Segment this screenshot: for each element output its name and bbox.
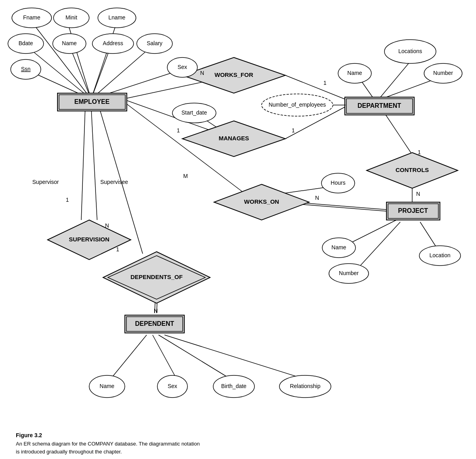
works-on-m-label: M: [183, 173, 188, 179]
figure-caption: Figure 3.2 An ER schema diagram for the …: [8, 428, 468, 459]
employee-label: EMPLOYEE: [75, 98, 110, 105]
svg-line-18: [380, 61, 410, 97]
lname-text: Lname: [109, 14, 126, 21]
svg-line-33: [159, 335, 230, 379]
works-for-1-label: 1: [323, 80, 327, 86]
works-for-n-label: N: [200, 70, 204, 76]
birth-date-text: Birth_date: [221, 383, 247, 389]
supervision-label: SUPERVISION: [69, 236, 109, 243]
svg-line-13: [91, 107, 97, 220]
caption-line1: An ER schema diagram for the COMPANY dat…: [16, 440, 460, 448]
project-label: PROJECT: [398, 207, 428, 214]
dependents-of-label: DEPENDENTS_OF: [130, 273, 183, 280]
svg-line-24: [293, 204, 392, 212]
dept-number-text: Number: [433, 70, 453, 76]
num-employees-text: Number_of_employees: [269, 101, 326, 108]
works-on-label: WORKS_ON: [244, 198, 279, 205]
works-on-n-label: N: [315, 195, 319, 201]
manages-1emp-label: 1: [177, 127, 180, 134]
svg-line-34: [164, 335, 303, 379]
dependent-label: DEPENDENT: [135, 320, 174, 327]
proj-location-text: Location: [430, 252, 451, 258]
department-label: DEPARTMENT: [357, 102, 401, 109]
supervision-n-label: N: [105, 222, 109, 229]
emp-sex-text: Sex: [178, 64, 187, 70]
hours-text: Hours: [331, 180, 345, 186]
figure-title: Figure 3.2: [16, 432, 460, 438]
dep-sex-text: Sex: [168, 383, 177, 389]
caption-line2: is introduced gradually throughout the c…: [16, 448, 460, 456]
dep-name-text: Name: [99, 383, 115, 389]
emp-name-text: Name: [62, 40, 77, 46]
svg-line-1: [67, 22, 91, 99]
svg-line-5: [91, 46, 111, 99]
controls-n-label: N: [416, 191, 420, 197]
svg-line-31: [111, 335, 147, 379]
dependents-of-1-label: 1: [116, 246, 119, 252]
svg-line-32: [153, 335, 176, 379]
supervisor-label: Supervisor: [32, 179, 59, 185]
supervision-1-label: 1: [66, 197, 69, 203]
bdate-text: Bdate: [19, 40, 33, 46]
svg-line-12: [81, 107, 85, 220]
proj-number-text: Number: [339, 270, 359, 276]
works-for-label: WORKS_FOR: [214, 71, 253, 78]
svg-line-0: [32, 22, 91, 99]
svg-line-28: [420, 222, 438, 250]
relationship-text: Relationship: [290, 383, 320, 389]
manages-label: MANAGES: [219, 135, 249, 142]
address-text: Address: [103, 40, 123, 46]
dependents-of-n-label: N: [154, 308, 158, 314]
ssn-text: Ssn: [21, 66, 31, 72]
dept-name-text: Name: [347, 70, 362, 76]
start-date-text: Start_date: [182, 109, 207, 116]
er-diagram-container: .entity-box { fill: #d0d0d0; stroke: bla…: [0, 0, 476, 428]
supervisee-label: Supervisee: [100, 179, 128, 185]
manages-1dept-label: 1: [292, 127, 295, 134]
controls-1-label: 1: [418, 149, 421, 155]
minit-text: Minit: [65, 14, 77, 21]
salary-text: Salary: [147, 40, 162, 46]
svg-line-23: [293, 202, 392, 210]
locations-text: Locations: [398, 48, 422, 54]
proj-name-text: Name: [331, 244, 346, 251]
controls-label: CONTROLS: [396, 166, 429, 173]
fname-text: Fname: [23, 14, 40, 21]
